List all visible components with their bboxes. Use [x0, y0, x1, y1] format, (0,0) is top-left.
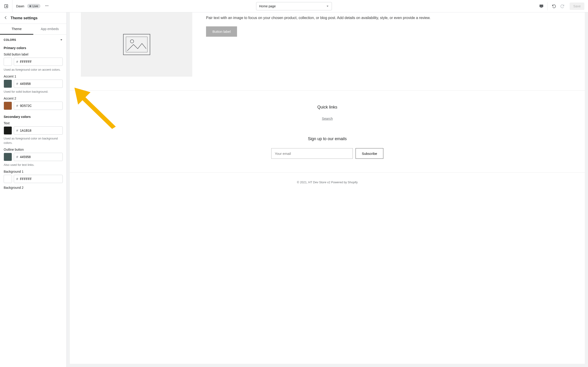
svg-point-3 [48, 5, 48, 6]
page-selector[interactable]: Home page [256, 2, 332, 10]
svg-point-1 [45, 5, 46, 6]
hash-icon: # [16, 60, 18, 64]
sidebar-tabs: Theme App embeds [0, 24, 66, 35]
image-with-text-section: Image with text Pair text with an image … [70, 12, 585, 90]
chevron-left-icon [4, 16, 8, 20]
svg-point-6 [130, 40, 134, 43]
exit-icon [4, 4, 9, 8]
caret-down-icon [326, 5, 329, 8]
hash-icon: # [16, 177, 18, 181]
background-1-swatch[interactable] [4, 175, 12, 183]
accent-2-row: # [4, 102, 63, 110]
image-placeholder-icon [123, 34, 150, 55]
status-badge-label: Live [33, 4, 38, 8]
solid-button-label-help: Used as foreground color on accent color… [4, 68, 63, 72]
top-bar: Dawn Live Home page Save [0, 0, 588, 12]
section-header-colors[interactable]: Colors [0, 35, 66, 44]
newsletter-subscribe-button[interactable]: Subscribe [355, 148, 383, 159]
accent-2-input-wrap: # [14, 102, 63, 110]
viewport-desktop-button[interactable] [537, 2, 546, 10]
text-color-help: Used as foreground color on background c… [4, 136, 63, 145]
outline-button-row: # [4, 153, 63, 161]
outline-button-label: Outline button [4, 148, 63, 151]
svg-rect-4 [540, 5, 543, 7]
accent-1-input[interactable] [20, 82, 60, 85]
preview-canvas: Image with text Pair text with an image … [70, 12, 585, 364]
theme-name: Dawn [16, 4, 24, 8]
background-2-label: Background 2 [4, 186, 63, 190]
background-1-input-wrap: # [14, 175, 63, 183]
background-1-input[interactable] [20, 177, 60, 181]
hero-image-placeholder[interactable] [81, 12, 192, 77]
accent-1-row: # [4, 80, 63, 88]
solid-button-label-input[interactable] [20, 60, 60, 64]
outline-button-input[interactable] [20, 155, 60, 159]
newsletter-email-input[interactable] [271, 148, 353, 159]
save-button[interactable]: Save [570, 2, 584, 10]
hash-icon: # [16, 104, 18, 108]
outline-button-swatch[interactable] [4, 153, 12, 161]
accent-1-label: Accent 1 [4, 75, 63, 78]
solid-button-label-swatch[interactable] [4, 58, 12, 66]
primary-colors-heading: Primary colors [4, 46, 63, 50]
svg-point-2 [46, 5, 47, 6]
text-color-input[interactable] [20, 129, 60, 132]
hero-description: Pair text with an image to focus on your… [206, 15, 574, 21]
solid-button-label-label: Solid button label [4, 52, 63, 56]
secondary-colors-heading: Secondary colors [4, 115, 63, 119]
redo-button[interactable] [558, 2, 567, 10]
settings-sidebar: Theme settings Theme App embeds Colors P… [0, 12, 67, 367]
status-dot-icon [29, 5, 31, 7]
top-bar-left: Dawn Live [0, 0, 49, 12]
page-selector-label: Home page [259, 4, 276, 8]
text-color-label: Text [4, 121, 63, 125]
accent-1-input-wrap: # [14, 80, 63, 88]
tab-app-embeds[interactable]: App embeds [33, 24, 67, 34]
divider [547, 2, 548, 10]
footer-copyright: © 2021, HT Dev Store v2 Powered by Shopi… [70, 173, 585, 192]
status-badge: Live [27, 4, 40, 8]
accent-2-input[interactable] [20, 104, 60, 108]
quick-link-search[interactable]: Search [322, 117, 333, 120]
hero-text: Image with text Pair text with an image … [206, 12, 574, 37]
quick-links-section: Quick links Search [70, 91, 585, 130]
hash-icon: # [16, 155, 18, 159]
newsletter-title: Sign up to our emails [70, 136, 585, 141]
exit-button[interactable] [0, 0, 12, 12]
accent-2-swatch[interactable] [4, 102, 12, 110]
top-bar-right: Save [537, 2, 584, 10]
outline-button-help: Also used for text links. [4, 163, 63, 167]
text-color-input-wrap: # [14, 126, 63, 135]
sidebar-header: Theme settings [0, 12, 66, 24]
background-1-row: # [4, 175, 63, 183]
more-horizontal-icon [44, 3, 49, 8]
hash-icon: # [16, 129, 18, 132]
desktop-icon [539, 4, 544, 8]
more-button[interactable] [44, 3, 49, 9]
tab-theme[interactable]: Theme [0, 24, 33, 35]
section-header-label: Colors [4, 38, 16, 42]
quick-links-title: Quick links [70, 105, 585, 110]
svg-rect-5 [540, 7, 542, 8]
solid-button-label-row: # [4, 58, 63, 66]
main-layout: Theme settings Theme App embeds Colors P… [0, 12, 588, 367]
redo-icon [561, 4, 565, 8]
newsletter-form: Subscribe [70, 148, 585, 159]
preview-area: Image with text Pair text with an image … [67, 12, 588, 367]
undo-icon [551, 4, 556, 8]
accent-1-swatch[interactable] [4, 80, 12, 88]
text-color-swatch[interactable] [4, 126, 12, 135]
text-color-row: # [4, 126, 63, 135]
undo-button[interactable] [549, 2, 558, 10]
sidebar-title: Theme settings [10, 16, 37, 20]
hero-button[interactable]: Button label [206, 26, 237, 37]
background-1-label: Background 1 [4, 170, 63, 173]
top-bar-center: Home page [256, 2, 332, 10]
colors-panel: Primary colors Solid button label # Used… [0, 46, 66, 194]
accent-1-help: Used for solid button background. [4, 90, 63, 94]
back-button[interactable] [4, 16, 8, 20]
outline-button-input-wrap: # [14, 153, 63, 161]
caret-down-icon [60, 39, 63, 41]
newsletter-section: Sign up to our emails Subscribe [70, 130, 585, 173]
hash-icon: # [16, 82, 18, 85]
